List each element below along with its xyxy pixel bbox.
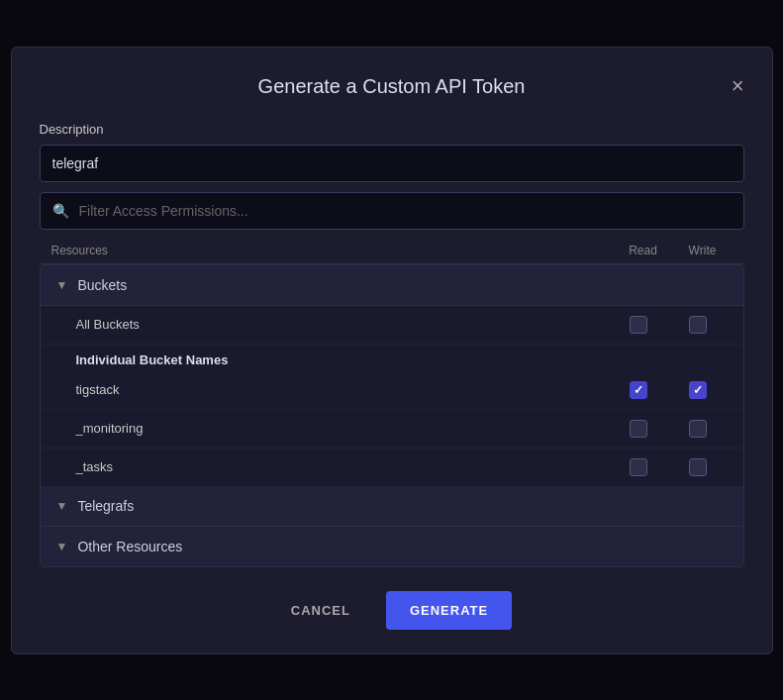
buckets-section-title: Buckets bbox=[77, 277, 127, 293]
generate-button[interactable]: GENERATE bbox=[386, 591, 512, 630]
tasks-write-checkbox[interactable] bbox=[689, 458, 707, 476]
all-buckets-read-col bbox=[609, 316, 668, 334]
monitoring-read-checkbox[interactable] bbox=[630, 420, 647, 438]
monitoring-read-col bbox=[609, 420, 668, 438]
individual-buckets-label: Individual Bucket Names bbox=[76, 352, 229, 367]
modal-footer: CANCEL GENERATE bbox=[40, 591, 744, 630]
tigstack-write-col bbox=[668, 381, 728, 399]
tigstack-write-checkbox[interactable] bbox=[689, 381, 707, 399]
tasks-write-col bbox=[668, 458, 728, 476]
other-resources-chevron-icon: ▼ bbox=[56, 540, 68, 553]
cancel-button[interactable]: CANCEL bbox=[271, 591, 370, 630]
buckets-section-header[interactable]: ▼ Buckets bbox=[41, 265, 743, 306]
resources-column-header: Resources bbox=[51, 244, 614, 257]
tasks-row: _tasks bbox=[41, 449, 743, 486]
all-buckets-write-col bbox=[668, 316, 728, 334]
buckets-chevron-icon: ▼ bbox=[56, 278, 68, 292]
modal-title: Generate a Custom API Token bbox=[258, 75, 526, 98]
all-buckets-label: All Buckets bbox=[76, 317, 609, 332]
telegrafs-chevron-icon: ▼ bbox=[56, 499, 68, 513]
tasks-label: _tasks bbox=[76, 459, 609, 474]
tasks-read-checkbox[interactable] bbox=[630, 458, 647, 476]
tasks-read-col bbox=[609, 458, 668, 476]
telegrafs-section-title: Telegrafs bbox=[77, 498, 134, 514]
description-input[interactable] bbox=[40, 145, 744, 182]
modal-dialog: Generate a Custom API Token × Descriptio… bbox=[11, 47, 773, 654]
permissions-table: ▼ Buckets All Buckets Individual Bucket … bbox=[40, 264, 744, 567]
all-buckets-write-checkbox[interactable] bbox=[689, 316, 707, 334]
all-buckets-row: All Buckets bbox=[41, 306, 743, 345]
tigstack-read-checkbox[interactable] bbox=[630, 381, 647, 399]
tigstack-row: tigstack bbox=[41, 371, 743, 410]
write-column-header: Write bbox=[673, 244, 733, 257]
other-resources-section-title: Other Resources bbox=[77, 539, 182, 554]
close-button[interactable]: × bbox=[732, 75, 744, 97]
modal-header: Generate a Custom API Token × bbox=[40, 75, 744, 98]
table-header: Resources Read Write bbox=[40, 238, 744, 264]
search-icon: 🔍 bbox=[52, 203, 69, 219]
tigstack-read-col bbox=[609, 381, 668, 399]
all-buckets-read-checkbox[interactable] bbox=[630, 316, 647, 334]
overlay: Generate a Custom API Token × Descriptio… bbox=[0, 0, 783, 700]
buckets-section-body: All Buckets Individual Bucket Names tigs… bbox=[41, 306, 743, 486]
other-resources-section-header[interactable]: ▼ Other Resources bbox=[41, 527, 743, 566]
filter-input[interactable] bbox=[79, 203, 732, 219]
description-section: Description bbox=[40, 122, 744, 192]
read-column-header: Read bbox=[614, 244, 673, 257]
tigstack-label: tigstack bbox=[76, 382, 609, 397]
description-label: Description bbox=[40, 122, 744, 137]
monitoring-row: _monitoring bbox=[41, 410, 743, 449]
monitoring-write-checkbox[interactable] bbox=[689, 420, 707, 438]
monitoring-label: _monitoring bbox=[76, 421, 609, 436]
individual-buckets-subgroup: Individual Bucket Names bbox=[41, 345, 743, 371]
telegrafs-section-header[interactable]: ▼ Telegrafs bbox=[41, 486, 743, 527]
filter-container: 🔍 bbox=[40, 192, 744, 230]
monitoring-write-col bbox=[668, 420, 728, 438]
